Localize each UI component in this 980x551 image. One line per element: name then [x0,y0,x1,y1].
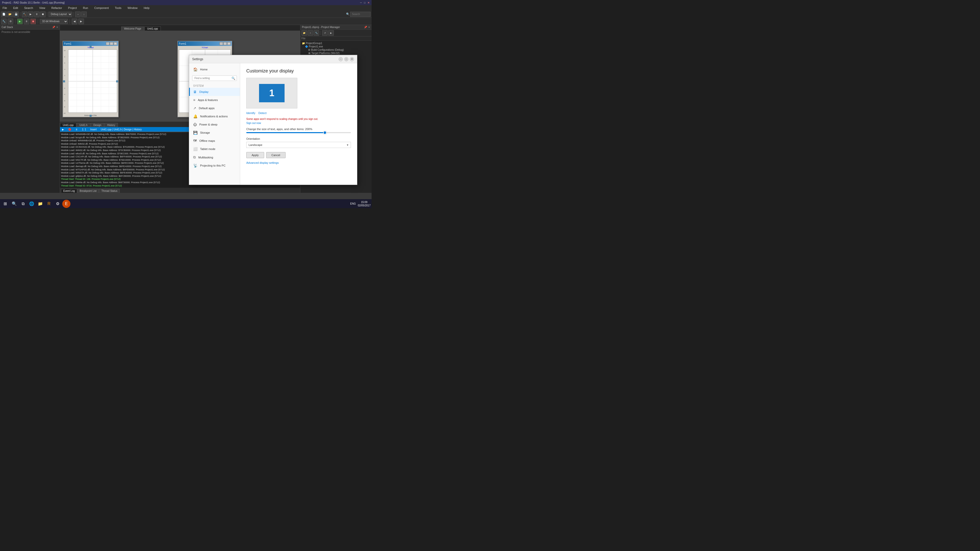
pm-build[interactable]: ▶ [328,30,334,36]
run-btn[interactable]: ▶ [28,11,33,17]
advanced-display-link[interactable]: Advanced display settings [246,161,279,164]
start-button[interactable]: ⊞ [1,200,9,208]
tree-project1exe[interactable]: 🔷 Project1.exe [302,45,370,48]
settings-nav-storage[interactable]: 💾 Storage [189,129,240,137]
detect-link[interactable]: Detect [258,111,266,114]
resize-right[interactable] [116,80,118,83]
tab-unit1[interactable]: Unit1.cpp [145,27,161,30]
taskbar-ie[interactable]: 🌐 [27,200,36,208]
settings-nav-apps[interactable]: ≡ Apps & features [189,96,240,104]
tab-welcome[interactable]: Welcome Page [121,27,144,30]
apply-button[interactable]: Apply [246,152,264,158]
settings-nav-power[interactable]: ⏻ Power & sleep [189,121,240,129]
debug-run-btn[interactable]: ▶ [17,19,23,24]
editor-tab-unit1h[interactable]: Unit1.h [76,123,90,127]
settings-nav-display[interactable]: 🖥 Display [189,88,240,96]
settings-nav-home[interactable]: 🏠 Home [189,65,240,73]
settings-close-btn[interactable]: ✕ [350,57,354,61]
pm-btn3[interactable]: 🔧 [313,30,319,36]
log-tab-threads[interactable]: Thread Status [99,189,120,193]
stop-btn[interactable]: ⏹ [40,11,46,17]
taskbar-settings-gear[interactable]: ⚙ [54,200,62,208]
editor-tab-history[interactable]: History [104,123,118,127]
form1-close[interactable]: ✕ [114,42,117,45]
step-over-btn[interactable]: → [75,11,81,17]
close-icon[interactable]: ✕ [56,26,58,29]
identify-link[interactable]: Identify [246,111,255,114]
menu-file[interactable]: File [1,6,9,10]
form2-maximize[interactable]: □ [223,42,227,45]
ide-search-input[interactable] [350,12,371,17]
settings-nav-tablet[interactable]: ⬜ Tablet mode [189,145,240,153]
taskbar-embarcadero[interactable]: E [62,200,70,208]
settings-nav-multitasking[interactable]: ⧉ Multitasking [189,153,240,162]
taskbar-task-view[interactable]: ⧉ [19,200,27,208]
menu-edit[interactable]: Edit [12,6,20,10]
open-btn[interactable]: 📂 [7,11,13,17]
platform-select[interactable]: 32-bit Windows [40,19,68,24]
tb2-btn2[interactable]: ⚙ [8,19,13,24]
pause-btn[interactable]: ⏸ [34,11,40,17]
tree-projectgroup1[interactable]: 📁 ProjectGroup1 [302,41,370,45]
maximize-icon[interactable]: □ [364,1,366,4]
step-into-btn[interactable]: ↓ [81,11,87,17]
menu-view[interactable]: View [38,6,47,10]
pm-pin-icon[interactable]: 📌 [364,26,367,29]
save-btn[interactable]: 💾 [13,11,19,17]
menu-component[interactable]: Component [93,6,110,10]
pm-btn2[interactable]: + [307,30,313,36]
tree-target-platforms[interactable]: 🖥 Target Platforms (Win32) [302,52,370,55]
settings-nav-offline-maps[interactable]: 🗺 Offline maps [189,137,240,145]
sign-out-link[interactable]: Sign out now [246,122,261,124]
debug-layout-select[interactable]: Debug Layout [48,12,72,17]
tree-build-configs[interactable]: ⚙ Build Configurations (Debug) [302,48,370,52]
resize-top[interactable] [89,46,92,48]
form2-minimize[interactable]: _ [220,42,223,45]
settings-nav-notifications[interactable]: 🔔 Notifications & actions [189,112,240,121]
menu-refactor[interactable]: Refactor [50,6,64,10]
resize-bottom[interactable] [89,115,92,117]
editor-tab-unit1cpp[interactable]: Unit1.cpp [60,123,76,127]
tb2-btn1[interactable]: 🔧 [1,19,6,24]
nav-back-btn[interactable]: ◀ [72,19,77,24]
settings-minimize-btn[interactable]: ─ [339,57,343,61]
settings-search-input[interactable] [192,76,237,81]
menu-run[interactable]: Run [81,6,89,10]
nav-fwd-btn[interactable]: ▶ [78,19,84,24]
close-icon[interactable]: ✕ [368,1,369,4]
form1-maximize[interactable]: □ [110,42,113,45]
menu-tools[interactable]: Tools [113,6,123,10]
form1-minimize[interactable]: _ [106,42,110,45]
config-icon: ⚙ [308,48,310,51]
log-tab-eventlog[interactable]: Event Log [61,189,77,193]
form2-close[interactable]: ✕ [227,42,231,45]
form1-titlebar: Form1 _ □ ✕ [63,41,118,46]
settings-content: Customize your display 1 Identify Detect… [240,63,357,185]
debug-stop-btn[interactable]: ⏹ [30,19,36,24]
settings-nav-default-apps[interactable]: ↗ Default apps [189,104,240,112]
menu-help[interactable]: Help [142,6,151,10]
settings-nav-projecting[interactable]: 📡 Projecting to this PC [189,162,240,170]
taskbar-search[interactable]: 🔍 [10,200,18,208]
pm-refresh[interactable]: ↺ [322,30,328,36]
menu-project[interactable]: Project [67,6,78,10]
taskbar-rad-studio[interactable]: R [45,200,53,208]
pm-close-icon[interactable]: ✕ [368,26,370,29]
scale-slider[interactable] [246,132,351,133]
build-btn[interactable]: 🔨 [22,11,27,17]
log-tab-breakpoints[interactable]: Breakpoint List [77,189,99,193]
settings-maximize-btn[interactable]: □ [344,57,348,61]
scale-slider-thumb[interactable] [323,131,327,135]
resize-left[interactable] [63,80,65,83]
pm-btn1[interactable]: 📁 [301,30,307,36]
taskbar-explorer[interactable]: 📁 [36,200,45,208]
minimize-icon[interactable]: ─ [360,1,362,4]
new-btn[interactable]: 📄 [1,11,6,17]
pin-icon[interactable]: 📌 [52,26,55,29]
cancel-button[interactable]: Cancel [266,152,286,158]
menu-window[interactable]: Window [126,6,139,10]
menu-search[interactable]: Search [23,6,35,10]
orientation-select[interactable]: Landscape Portrait Landscape (flipped) P… [246,142,351,148]
editor-tab-design[interactable]: Design [91,123,104,127]
debug-pause-btn[interactable]: ⏸ [24,19,29,24]
